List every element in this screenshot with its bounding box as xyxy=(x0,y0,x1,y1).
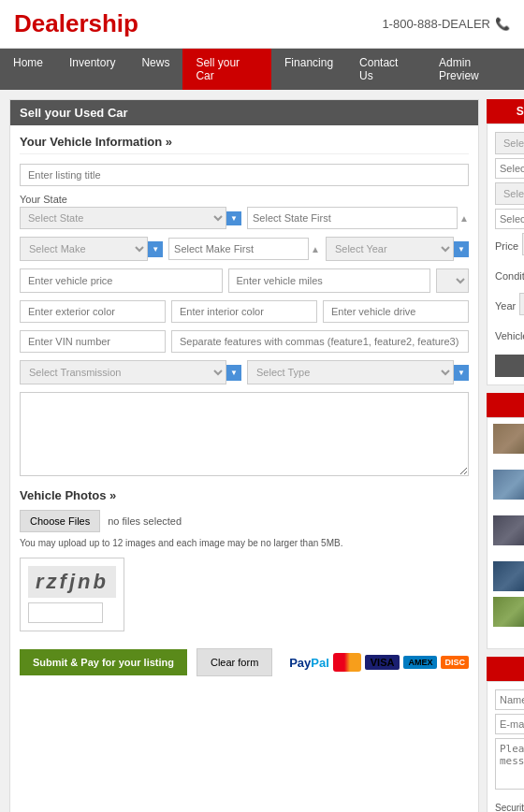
submit-row: Submit & Pay for your listing Clear form… xyxy=(20,648,469,676)
make-year-row: Select Make ▼ ▲ Select Year ▼ xyxy=(20,237,469,261)
deal-thumb-2 xyxy=(493,470,524,500)
drive-input[interactable] xyxy=(323,300,469,323)
features-input[interactable] xyxy=(171,330,469,353)
nav-financing[interactable]: Financing xyxy=(271,49,346,90)
contact-section: Contact Us Security Text 32mv6 Security … xyxy=(487,657,524,812)
state-label: Your State xyxy=(20,194,241,205)
logo-dealer: Dealer xyxy=(14,9,89,37)
miles-unit-select[interactable] xyxy=(436,268,469,293)
security-text-row: Security Text 32mv6 xyxy=(495,796,524,812)
nav-contact[interactable]: Contact Us xyxy=(346,49,426,90)
search-city-input[interactable] xyxy=(495,158,524,179)
int-color-input[interactable] xyxy=(171,300,317,323)
year-wrap: Select Year ▼ xyxy=(326,237,469,261)
miles-input[interactable] xyxy=(228,268,431,293)
contact-message-textarea[interactable] xyxy=(495,738,524,790)
choose-files-button[interactable]: Choose Files xyxy=(20,510,100,532)
description-textarea[interactable] xyxy=(20,392,469,476)
discover-icon: DISC xyxy=(441,656,469,669)
no-files-text: no files selected xyxy=(108,515,182,527)
state-first-arrow: ▲ xyxy=(459,213,469,224)
vehicle-type-label: Vehicle Type xyxy=(495,330,524,341)
payment-icons: PayPal VISA AMEX DISC xyxy=(289,653,469,672)
search-make-select[interactable]: Select Make xyxy=(495,182,524,205)
deal-thumb-5 xyxy=(493,597,524,627)
price-filter-row: Price ▼ xyxy=(495,233,524,259)
phone-text: 1-800-888-DEALER xyxy=(382,17,490,31)
contact-box: Security Text 32mv6 Security Code: Send xyxy=(487,681,524,812)
submit-button[interactable]: Submit & Pay for your listing xyxy=(20,649,187,675)
security-text-label: Security Text xyxy=(495,803,524,812)
price-label: Price xyxy=(495,240,518,252)
make-first-wrap: ▲ xyxy=(168,238,320,260)
state-first-label xyxy=(247,194,469,205)
search-model-input[interactable] xyxy=(495,209,524,229)
clear-button[interactable]: Clear form xyxy=(196,648,272,676)
visa-icon: VISA xyxy=(365,655,400,670)
search-button[interactable]: Search xyxy=(495,355,524,377)
year-filter-select[interactable] xyxy=(519,293,524,315)
contact-name-input[interactable] xyxy=(495,689,524,710)
transmission-select[interactable]: Select Transmission xyxy=(20,360,226,384)
deal-item: Acura RL $48,200 2010 | 8600 Miles xyxy=(493,561,524,591)
listing-title-row xyxy=(20,164,469,186)
make-blue-arrow: ▼ xyxy=(148,241,163,257)
type-wrap: Select Type ▼ xyxy=(247,360,469,384)
deal-thumb-4 xyxy=(493,561,524,591)
year-blue-arrow: ▼ xyxy=(454,241,469,257)
nav-home[interactable]: Home xyxy=(0,49,56,90)
vin-input[interactable] xyxy=(20,330,166,353)
type-select[interactable]: Select Type xyxy=(247,360,454,384)
right-column: Search Vehicles Select State Select Make… xyxy=(487,99,524,812)
file-upload-row: Choose Files no files selected xyxy=(20,510,469,532)
photos-section: Vehicle Photos » Choose Files no files s… xyxy=(20,488,469,548)
vin-features-row xyxy=(20,330,469,353)
search-vehicles-section: Search Vehicles Select State Select Make… xyxy=(487,99,524,385)
logo-ship: ship xyxy=(89,9,138,37)
captcha-input[interactable] xyxy=(28,602,103,623)
nav-inventory[interactable]: Inventory xyxy=(56,49,128,90)
header: Dealership 1-800-888-DEALER 📞 xyxy=(0,0,524,49)
description-row xyxy=(20,392,469,479)
page-title: Sell your Used Car xyxy=(10,100,478,125)
captcha-image: rzfjnb xyxy=(28,566,116,598)
price-miles-row xyxy=(20,268,469,293)
search-state-select[interactable]: Select State xyxy=(495,132,524,154)
trans-type-row: Select Transmission ▼ Select Type ▼ xyxy=(20,360,469,384)
captcha-box: rzfjnb xyxy=(20,558,124,631)
price-input[interactable] xyxy=(20,268,223,293)
year-filter-label: Year xyxy=(495,300,516,312)
listing-title-input[interactable] xyxy=(20,164,469,186)
year-select[interactable]: Select Year xyxy=(326,237,454,261)
nav-sell[interactable]: Sell your Car xyxy=(182,49,271,90)
search-vehicles-title: Search Vehicles xyxy=(487,99,524,123)
deal-item: Jeep Grand Cherokee $27,998 2011 | 7000 … xyxy=(493,470,524,510)
make-wrap: Select Make ▼ xyxy=(20,237,163,261)
deal-thumb-1 xyxy=(493,424,524,454)
state-first-input[interactable] xyxy=(247,207,458,229)
search-vehicles-box: Select State Select Make Price ▼ Conditi… xyxy=(487,123,524,385)
year-filter-row: Year ▼ xyxy=(495,293,524,319)
mastercard-icon xyxy=(333,653,361,672)
main-content: Sell your Used Car Your Vehicle Informat… xyxy=(0,90,524,812)
phone-number: 1-800-888-DEALER 📞 xyxy=(382,17,510,31)
make-select[interactable]: Select Make xyxy=(20,237,148,261)
make-first-arrow: ▲ xyxy=(311,244,320,254)
contact-title: Contact Us xyxy=(487,657,524,681)
state-blue-arrow: ▼ xyxy=(226,211,241,225)
vehicle-type-filter-row: Vehicle Type ▼ xyxy=(495,323,524,349)
ext-color-input[interactable] xyxy=(20,300,166,323)
transmission-wrap: Select Transmission ▼ xyxy=(20,360,241,384)
state-row: Your State Select State ▼ ▲ xyxy=(20,194,469,229)
contact-email-input[interactable] xyxy=(495,714,524,734)
nav-admin[interactable]: Admin Preview xyxy=(426,49,524,90)
deal-item: BMW X6 XDrive 35i $58,900 2012 | 0 Miles xyxy=(493,515,524,556)
top-deals-title: Top Deals xyxy=(487,393,524,417)
upload-note: You may upload up to 12 images and each … xyxy=(20,538,469,548)
state-select[interactable]: Select State xyxy=(20,207,226,229)
color-drive-row xyxy=(20,300,469,323)
nav-news[interactable]: News xyxy=(128,49,182,90)
make-first-input[interactable] xyxy=(168,238,309,260)
condition-label: Condition xyxy=(495,270,524,282)
phone-icon: 📞 xyxy=(495,17,510,31)
